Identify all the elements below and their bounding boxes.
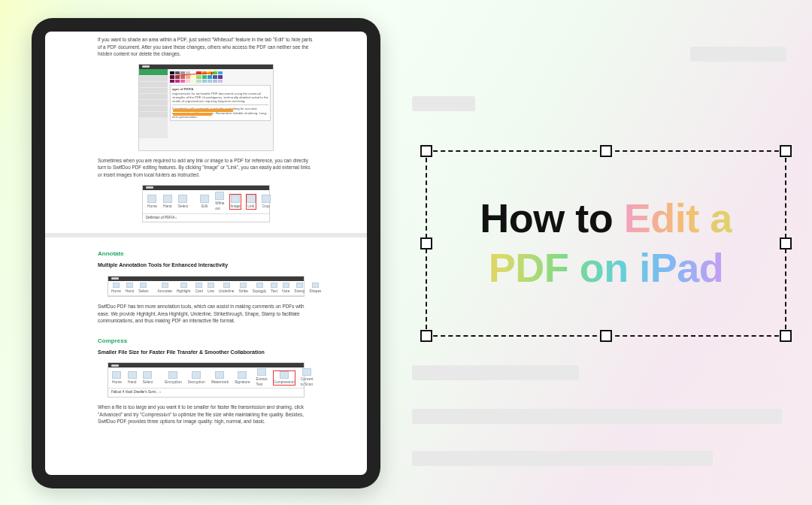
toolbar-button-annotate[interactable]: Annotate [158,283,172,294]
toolbar-button-shapes[interactable]: Shapes [309,283,321,294]
toolbar-button-select[interactable]: Select [138,283,148,294]
resize-handle-mr[interactable] [780,237,792,249]
annotate-toolbar: HomeHandSelectAnnotateHighlightCardLineU… [108,281,304,296]
edit-toolbar: HomeHandSelectEditWhite outImageLinkCrop [143,190,269,214]
annotate-paragraph: SwifDoo PDF has ten more annotation tool… [98,303,314,325]
toolbar-button-hand[interactable]: Hand [163,195,172,209]
resize-handle-bl[interactable] [420,330,432,342]
arrow-annotation [178,72,215,85]
toolbar-button-hand[interactable]: Hand [128,371,137,385]
placeholder-bar [412,365,579,380]
placeholder-bar [412,451,713,466]
toolbar-button-card[interactable]: Card [195,283,203,294]
toolbar-button-squiggly[interactable]: Squiggly [253,283,266,294]
resize-handle-ml[interactable] [420,237,432,249]
whiteout-paragraph: If you want to shade an area within a PD… [98,36,314,58]
screenshot-compress-toolbar: HomeHandSelectEncryptionDecryptionWaterm… [108,362,304,398]
toolbar-button-text[interactable]: Text [271,283,277,294]
resize-handle-br[interactable] [780,330,792,342]
tab-strip: Definition of PDF/A › [143,214,269,222]
document-page: If you want to shade an area within a PD… [45,32,367,445]
pdfa-text-block: ages of PDF/A requirements for archivabl… [170,85,271,121]
toolbar-button-home[interactable]: Home [112,371,122,385]
toolbar-button-convert-to-scan[interactable]: Convert to Scan [301,368,314,387]
toolbar-button-home[interactable]: Home [111,283,121,294]
screenshot-whiteout-panel: ages of PDF/A requirements for archivabl… [138,64,274,151]
advanced-toolbar: HomeHandSelectEncryptionDecryptionWaterm… [108,367,304,389]
toolbar-button-decryption[interactable]: Decryption [188,371,205,385]
placeholder-bar [412,96,475,111]
left-outline-panel [139,69,168,138]
toolbar-button-compression[interactable]: Compression [274,371,295,385]
toolbar-button-line[interactable]: Line [208,283,214,294]
annotate-subheading: Multiple Annotation Tools for Enhanced I… [98,262,314,270]
compress-heading: Compress [98,337,314,346]
tab-strip: Fallout 4 Vault Dweller's Survi... › [108,389,304,397]
toolbar-button-link[interactable]: Link [247,195,256,209]
image-link-paragraph: Sometimes when you are required to add a… [98,157,314,179]
toolbar-button-encryption[interactable]: Encryption [165,371,182,385]
placeholder-bar [412,409,782,424]
toolbar-button-extract-text[interactable]: Extract Text [256,368,268,387]
resize-handle-bc[interactable] [600,330,612,342]
selection-bounding-box[interactable]: How to Edit a PDF on iPad [426,150,786,337]
toolbar-button-note[interactable]: Note [282,283,289,294]
toolbar-button-select[interactable]: Select [178,195,188,209]
compress-paragraph: When a file is too large and you want it… [98,404,314,425]
toolbar-button-strike[interactable]: Strike [239,283,248,294]
hero-headline: How to Edit a PDF on iPad [442,194,770,293]
toolbar-button-underline[interactable]: Underline [219,283,235,294]
ipad-device-frame: If you want to shade an area within a PD… [32,18,380,488]
toolbar-button-image[interactable]: Image [230,195,240,209]
resize-handle-tl[interactable] [420,145,432,157]
toolbar-button-white-out[interactable]: White out [215,192,224,211]
compress-subheading: Smaller File Size for Faster File Transf… [98,349,314,357]
screenshot-annotate-toolbar: HomeHandSelectAnnotateHighlightCardLineU… [108,276,304,297]
toolbar-button-signature[interactable]: Signature [235,371,250,385]
resize-handle-tc[interactable] [600,145,612,157]
toolbar-button-watermark[interactable]: Watermark [211,371,229,385]
annotate-heading: Annotate [98,249,314,259]
toolbar-button-hand[interactable]: Hand [126,283,134,294]
headline-prefix: How to [480,195,623,240]
toolbar-button-edit[interactable]: Edit [200,195,209,209]
section-divider [45,233,367,237]
toolbar-button-stamp[interactable]: Stamp [294,283,304,294]
toolbar-button-highlight[interactable]: Highlight [177,283,191,294]
resize-handle-tr[interactable] [780,145,792,157]
toolbar-button-home[interactable]: Home [147,195,157,209]
ipad-screen: If you want to shade an area within a PD… [45,32,367,475]
toolbar-button-select[interactable]: Select [143,371,153,385]
placeholder-bar [690,47,786,62]
screenshot-edit-toolbar: HomeHandSelectEditWhite outImageLinkCrop… [142,185,270,223]
toolbar-button-crop[interactable]: Crop [262,195,271,209]
